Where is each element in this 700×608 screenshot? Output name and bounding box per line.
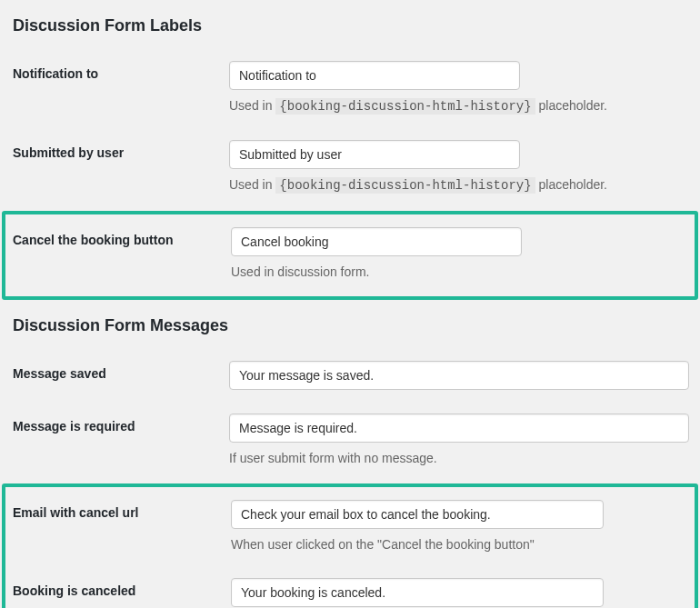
- row-notification-to: Notification to Used in {booking-discuss…: [0, 50, 700, 129]
- section-discussion-form-messages-title: Discussion Form Messages: [0, 309, 700, 350]
- section-discussion-form-labels-title: Discussion Form Labels: [0, 9, 700, 50]
- label-notification-to: Notification to: [11, 61, 229, 81]
- highlight-cancel-messages: Email with cancel url When user clicked …: [2, 483, 698, 608]
- input-message-required[interactable]: [229, 414, 689, 443]
- input-cancel-booking-button[interactable]: [231, 227, 522, 256]
- input-email-cancel-url[interactable]: [231, 500, 604, 529]
- code-placeholder: {booking-discussion-html-history}: [275, 98, 535, 115]
- row-cancel-booking-button: Cancel the booking button Used in discus…: [5, 216, 695, 294]
- help-notification-to: Used in {booking-discussion-html-history…: [229, 97, 689, 116]
- input-message-saved[interactable]: [229, 361, 689, 390]
- label-message-required: Message is required: [11, 414, 229, 434]
- input-notification-to[interactable]: [229, 61, 520, 90]
- label-submitted-by-user: Submitted by user: [11, 140, 229, 160]
- help-email-cancel-url: When user clicked on the "Cancel the boo…: [231, 536, 687, 554]
- row-booking-canceled: Booking is canceled The message after us…: [5, 567, 695, 608]
- highlight-cancel-button: Cancel the booking button Used in discus…: [2, 211, 698, 300]
- row-email-cancel-url: Email with cancel url When user clicked …: [5, 489, 695, 567]
- label-cancel-booking-button: Cancel the booking button: [13, 227, 231, 247]
- label-email-cancel-url: Email with cancel url: [13, 500, 231, 520]
- help-message-required: If user submit form with no message.: [229, 450, 689, 468]
- input-booking-canceled[interactable]: [231, 578, 604, 607]
- label-booking-canceled: Booking is canceled: [13, 578, 231, 598]
- code-placeholder: {booking-discussion-html-history}: [275, 177, 535, 194]
- row-message-required: Message is required If user submit form …: [0, 403, 700, 481]
- row-message-saved: Message saved: [0, 350, 700, 403]
- row-submitted-by-user: Submitted by user Used in {booking-discu…: [0, 129, 700, 208]
- help-cancel-booking-button: Used in discussion form.: [231, 264, 687, 282]
- input-submitted-by-user[interactable]: [229, 140, 520, 169]
- help-submitted-by-user: Used in {booking-discussion-html-history…: [229, 176, 689, 195]
- label-message-saved: Message saved: [11, 361, 229, 381]
